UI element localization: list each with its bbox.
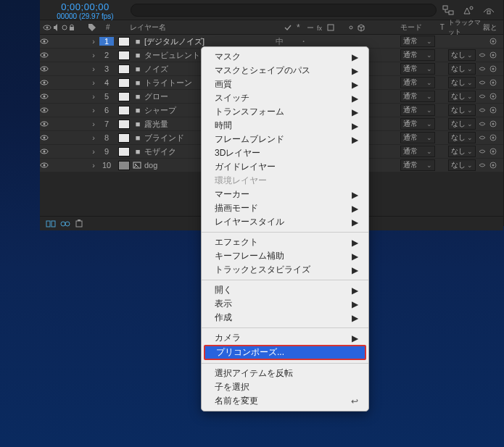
track-matte-dropdown[interactable]: なし⌄ (448, 104, 476, 116)
layer-color-swatch[interactable] (118, 78, 130, 88)
track-matte-dropdown[interactable]: なし⌄ (448, 77, 476, 88)
toggle-modes-icon[interactable] (60, 220, 70, 228)
ctx-transform[interactable]: トランスフォーム▶ (202, 105, 368, 119)
blend-mode-dropdown[interactable]: 通常⌄ (400, 159, 435, 171)
ctx-reveal[interactable]: 表示▶ (202, 297, 368, 311)
visibility-toggle[interactable] (40, 51, 50, 59)
ctx-rename[interactable]: 名前を変更↩ (202, 394, 368, 408)
pickwhip-icon[interactable] (489, 147, 503, 156)
frame-blend-icon[interactable] (75, 220, 83, 228)
ctx-layer-style[interactable]: レイヤースタイル▶ (202, 215, 368, 229)
track-matte-dropdown[interactable]: なし⌄ (448, 159, 476, 171)
twirl-arrow-icon[interactable]: › (89, 161, 98, 170)
twirl-arrow-icon[interactable]: › (89, 106, 98, 114)
parent-header[interactable]: 親と (483, 22, 503, 33)
ctx-time[interactable]: 時間▶ (202, 119, 368, 133)
pickwhip-icon[interactable] (489, 64, 503, 73)
layer-color-swatch[interactable] (118, 120, 130, 129)
blend-mode-dropdown[interactable]: 通常⌄ (400, 35, 435, 47)
track-matte-dropdown[interactable]: なし⌄ (448, 118, 476, 130)
pickwhip-icon[interactable] (478, 78, 487, 87)
pickwhip-icon[interactable] (478, 133, 487, 142)
twirl-arrow-icon[interactable]: › (89, 92, 98, 101)
blend-mode-dropdown[interactable]: 通常⌄ (400, 49, 435, 61)
blend-mode-dropdown[interactable]: 通常⌄ (400, 132, 435, 143)
visibility-toggle[interactable] (40, 120, 50, 128)
ctx-select-children[interactable]: 子を選択 (202, 380, 368, 394)
layer-color-swatch[interactable] (118, 147, 130, 156)
ctx-blend-mode[interactable]: 描画モード▶ (202, 201, 368, 215)
visibility-toggle[interactable] (40, 37, 50, 46)
ctx-open[interactable]: 開く▶ (202, 283, 368, 297)
t-header[interactable]: T (436, 23, 448, 31)
ctx-switches[interactable]: スイッチ▶ (202, 91, 368, 105)
ctx-create[interactable]: 作成▶ (202, 311, 368, 325)
twirl-arrow-icon[interactable]: › (89, 37, 98, 46)
track-matte-dropdown[interactable]: なし⌄ (448, 63, 476, 75)
comp-flow-icon[interactable] (442, 5, 454, 15)
twirl-arrow-icon[interactable]: › (89, 120, 98, 128)
pickwhip-icon[interactable] (489, 37, 503, 46)
pickwhip-icon[interactable] (489, 51, 503, 59)
pickwhip-icon[interactable] (489, 106, 503, 114)
pickwhip-icon[interactable] (478, 92, 487, 101)
blend-mode-dropdown[interactable]: 通常⌄ (400, 91, 435, 102)
mode-header[interactable]: モード (400, 22, 436, 33)
ctx-quality[interactable]: 画質▶ (202, 78, 368, 91)
ctx-camera[interactable]: カメラ▶ (202, 331, 368, 345)
layer-color-swatch[interactable] (118, 51, 130, 60)
pickwhip-icon[interactable] (489, 133, 503, 142)
blend-mode-dropdown[interactable]: 通常⌄ (400, 118, 435, 130)
layername-header[interactable]: レイヤー名 (128, 22, 282, 33)
pickwhip-icon[interactable] (489, 161, 503, 170)
ctx-track-stabilize[interactable]: トラックとスタビライズ▶ (202, 263, 368, 277)
visibility-toggle[interactable] (40, 92, 50, 101)
track-matte-dropdown[interactable]: なし⌄ (448, 146, 476, 157)
blend-mode-dropdown[interactable]: 通常⌄ (400, 104, 435, 116)
ctx-invert-selection[interactable]: 選択アイテムを反転 (202, 367, 368, 380)
twirl-arrow-icon[interactable]: › (89, 51, 98, 59)
visibility-toggle[interactable] (40, 147, 50, 156)
search-input[interactable] (131, 4, 437, 17)
ctx-marker[interactable]: マーカー▶ (202, 188, 368, 201)
ctx-effect[interactable]: エフェクト▶ (202, 235, 368, 249)
layer-name-label[interactable]: [デジタルノイズ] (143, 36, 276, 47)
layer-color-swatch[interactable] (118, 133, 130, 143)
visibility-toggle[interactable] (40, 106, 50, 114)
pickwhip-icon[interactable] (478, 64, 487, 73)
visibility-toggle[interactable] (40, 78, 50, 87)
shy-icon[interactable] (483, 5, 495, 15)
track-matte-dropdown[interactable]: なし⌄ (448, 132, 476, 143)
ctx-kf-assist[interactable]: キーフレーム補助▶ (202, 249, 368, 263)
ctx-frame-blend[interactable]: フレームブレンド▶ (202, 133, 368, 146)
track-matte-dropdown[interactable]: なし⌄ (448, 91, 476, 102)
pickwhip-icon[interactable] (478, 147, 487, 156)
visibility-toggle[interactable] (40, 133, 50, 142)
layer-color-swatch[interactable] (118, 64, 130, 74)
index-header[interactable]: # (102, 23, 114, 31)
pickwhip-icon[interactable] (478, 51, 487, 59)
ctx-3d-layer[interactable]: 3Dレイヤー (202, 146, 368, 160)
pickwhip-icon[interactable] (478, 120, 487, 128)
render-settings-icon[interactable] (463, 5, 474, 15)
track-matte-dropdown[interactable]: なし⌄ (448, 49, 476, 61)
timecode-display[interactable]: 0;00;00;00 00000 (29.97 fps) (40, 0, 131, 20)
blend-mode-dropdown[interactable]: 通常⌄ (400, 63, 435, 75)
ctx-precompose[interactable]: プリコンポーズ... (204, 345, 366, 360)
visibility-toggle[interactable] (40, 161, 50, 170)
twirl-arrow-icon[interactable]: › (89, 147, 98, 156)
pickwhip-icon[interactable] (478, 106, 487, 114)
blend-mode-dropdown[interactable]: 通常⌄ (400, 77, 435, 88)
pickwhip-icon[interactable] (489, 92, 503, 101)
blend-mode-dropdown[interactable]: 通常⌄ (400, 146, 435, 157)
pickwhip-icon[interactable] (489, 120, 503, 128)
visibility-toggle[interactable] (40, 64, 50, 73)
trackmatte-header[interactable]: トラックマット (448, 18, 482, 37)
pickwhip-icon[interactable] (489, 78, 503, 87)
ctx-mask-shape[interactable]: マスクとシェイプのパス▶ (202, 64, 368, 78)
twirl-arrow-icon[interactable]: › (89, 64, 98, 73)
pickwhip-icon[interactable] (478, 161, 487, 170)
layer-color-swatch[interactable] (118, 37, 130, 46)
layer-color-swatch[interactable] (118, 106, 130, 115)
layer-color-swatch[interactable] (118, 161, 130, 170)
